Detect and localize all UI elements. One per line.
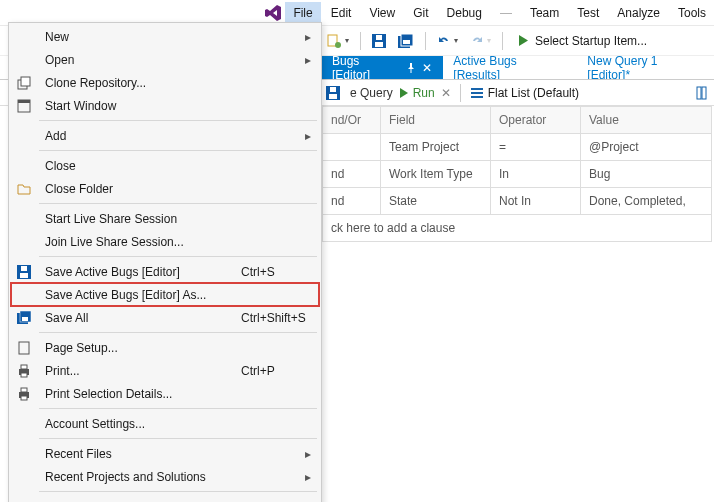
menu-item-label: Recent Projects and Solutions [45,470,311,484]
flat-list-label: Flat List (Default) [488,86,579,100]
tab-active-bugs-editor[interactable]: Bugs [Editor] ✕ [322,56,443,79]
menu-edit[interactable]: Edit [323,2,360,24]
new-item-icon[interactable]: ▾ [322,30,353,52]
redo-icon[interactable]: ▾ [466,30,495,52]
cell-andor[interactable]: nd [323,161,381,188]
save-all-icon[interactable] [394,30,418,52]
tab-active-bugs-results[interactable]: Active Bugs [Results] [443,56,577,79]
menu-view[interactable]: View [361,2,403,24]
print-icon [11,387,37,401]
menu-item-join-live-share-session[interactable]: Join Live Share Session... [11,230,319,253]
tab-label: Bugs [Editor] [332,56,400,80]
menu-item-label: Start Window [45,99,311,113]
submenu-arrow-icon: ▸ [305,129,311,143]
flat-list-dropdown[interactable]: Flat List (Default) [470,86,579,100]
cell-value[interactable]: Bug [581,161,712,188]
menu-item-label: Close [45,159,311,173]
query-clause-table: nd/Or Field Operator Value Team Project … [322,106,712,242]
toolbar-separator [460,84,461,102]
menu-tools[interactable]: Tools [670,2,714,24]
menu-separator [39,256,317,257]
column-options-icon[interactable] [692,82,714,104]
svg-rect-15 [702,87,706,99]
col-value[interactable]: Value [581,107,712,134]
close-query-icon[interactable]: ✕ [441,86,451,100]
svg-rect-29 [21,373,27,377]
menu-separator: — [492,2,520,24]
cell-field[interactable]: Work Item Type [381,161,491,188]
menu-test[interactable]: Test [569,2,607,24]
cell-value[interactable]: @Project [581,134,712,161]
svg-point-1 [335,42,341,48]
cell-operator[interactable]: In [491,161,581,188]
startup-selector[interactable]: Select Startup Item... [510,34,655,48]
menu-item-close-folder[interactable]: Close Folder [11,177,319,200]
menu-item-clone-repository[interactable]: Clone Repository... [11,71,319,94]
menu-item-add[interactable]: Add▸ [11,124,319,147]
menu-item-label: Start Live Share Session [45,212,311,226]
menu-item-new[interactable]: New▸ [11,25,319,48]
cell-andor[interactable]: nd [323,188,381,215]
menu-file[interactable]: File [285,2,320,24]
menu-item-label: Save Active Bugs [Editor] [45,265,233,279]
menu-item-label: Recent Files [45,447,311,461]
menu-item-label: Print... [45,364,233,378]
menu-item-save-active-bugs-editor-as[interactable]: Save Active Bugs [Editor] As... [11,283,319,306]
cell-operator[interactable]: = [491,134,581,161]
tab-label: New Query 1 [Editor]* [587,56,703,80]
menu-item-open[interactable]: Open▸ [11,48,319,71]
run-query-button[interactable]: Run [399,86,435,100]
menu-item-recent-files[interactable]: Recent Files▸ [11,442,319,465]
svg-rect-26 [19,342,29,354]
menu-item-page-setup[interactable]: Page Setup... [11,336,319,359]
table-row[interactable]: nd State Not In Done, Completed, [323,188,712,215]
menu-debug[interactable]: Debug [439,2,490,24]
svg-rect-22 [21,266,27,271]
menu-item-account-settings[interactable]: Account Settings... [11,412,319,435]
toolbar-separator [425,32,426,50]
cell-field[interactable]: State [381,188,491,215]
col-field[interactable]: Field [381,107,491,134]
close-icon[interactable]: ✕ [422,61,432,75]
toolbar-separator [360,32,361,50]
svg-rect-17 [21,77,30,86]
svg-rect-13 [471,96,483,98]
menu-item-save-all[interactable]: Save AllCtrl+Shift+S [11,306,319,329]
menu-item-recent-projects-and-solutions[interactable]: Recent Projects and Solutions▸ [11,465,319,488]
menu-git[interactable]: Git [405,2,436,24]
svg-rect-12 [471,92,483,94]
cell-field[interactable]: Team Project [381,134,491,161]
menu-item-close[interactable]: Close [11,154,319,177]
menu-item-print[interactable]: Print...Ctrl+P [11,359,319,382]
menu-item-start-live-share-session[interactable]: Start Live Share Session [11,207,319,230]
col-operator[interactable]: Operator [491,107,581,134]
menu-item-start-window[interactable]: Start Window [11,94,319,117]
cell-operator[interactable]: Not In [491,188,581,215]
menu-item-print-selection-details[interactable]: Print Selection Details... [11,382,319,405]
menu-item-save-active-bugs-editor[interactable]: Save Active Bugs [Editor]Ctrl+S [11,260,319,283]
cell-andor[interactable] [323,134,381,161]
svg-rect-31 [21,388,27,392]
tab-new-query-1[interactable]: New Query 1 [Editor]* [577,56,714,79]
col-andor[interactable]: nd/Or [323,107,381,134]
menu-separator [39,491,317,492]
save-query-icon[interactable] [322,82,344,104]
cell-value[interactable]: Done, Completed, [581,188,712,215]
svg-rect-10 [330,87,336,92]
table-row[interactable]: Team Project = @Project [323,134,712,161]
submenu-arrow-icon: ▸ [305,30,311,44]
menu-team[interactable]: Team [522,2,567,24]
pin-icon[interactable] [406,63,416,73]
menu-item-exit[interactable]: ExitAlt+F4 [11,495,319,502]
startup-label: Select Startup Item... [535,34,647,48]
svg-rect-9 [329,94,337,99]
menu-item-label: New [45,30,311,44]
table-header-row: nd/Or Field Operator Value [323,107,712,134]
add-clause-row[interactable]: ck here to add a clause [323,215,712,242]
table-row[interactable]: nd Work Item Type In Bug [323,161,712,188]
save-icon[interactable] [368,30,390,52]
undo-icon[interactable]: ▾ [433,30,462,52]
folder-icon [11,182,37,196]
menu-analyze[interactable]: Analyze [609,2,668,24]
add-clause-label[interactable]: ck here to add a clause [323,215,712,242]
